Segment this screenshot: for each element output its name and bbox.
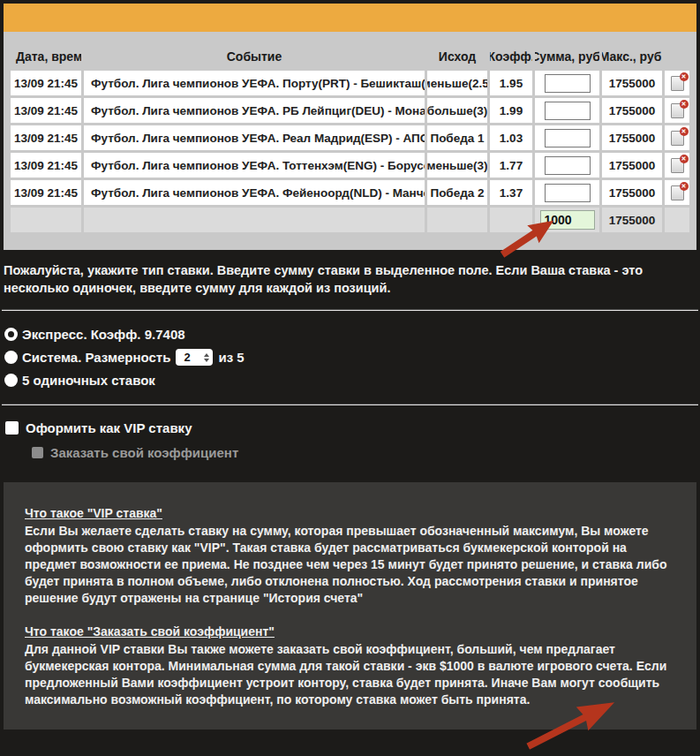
bet-sum-input[interactable] bbox=[545, 184, 591, 202]
vip-checkbox-row[interactable]: Оформить как VIP ставку bbox=[5, 418, 700, 439]
red-x-badge-icon bbox=[680, 100, 689, 109]
total-empty-outcome bbox=[427, 208, 487, 232]
express-label: Экспресс. Коэфф. 9.7408 bbox=[22, 327, 185, 342]
total-max-value: 1755000 bbox=[602, 208, 662, 232]
system-label-prefix: Система. Размерность bbox=[22, 350, 170, 365]
bet-type-system[interactable]: Система. Размерность 2 из 5 bbox=[4, 346, 700, 369]
bet-outcome: меньше(2.5) bbox=[427, 71, 487, 95]
bet-odds: 1.03 bbox=[490, 125, 532, 150]
custom-odds-checkbox-disabled bbox=[32, 447, 43, 458]
bet-max-text: 1755000 bbox=[609, 77, 656, 90]
bet-sum-input[interactable] bbox=[545, 74, 591, 93]
bet-max: 1755000 bbox=[602, 180, 662, 205]
col-header-outcome: Исход bbox=[427, 46, 487, 67]
radio-system[interactable] bbox=[4, 351, 18, 364]
table-header-row: Дата, время Событие Исход Коэфф. Сумма, … bbox=[11, 46, 689, 67]
bet-odds-text: 1.03 bbox=[500, 132, 523, 145]
bet-max-text: 1755000 bbox=[609, 104, 656, 117]
bet-event: Футбол. Лига чемпионов УЕФА. Тоттенхэм(E… bbox=[84, 153, 425, 178]
remove-bet-icon[interactable] bbox=[671, 185, 684, 200]
bet-odds: 1.95 bbox=[490, 71, 532, 95]
bet-actions-cell bbox=[665, 71, 689, 95]
bet-table-row: 13/09 21:45 Футбол. Лига чемпионов УЕФА.… bbox=[11, 153, 689, 178]
bet-datetime-text: 13/09 21:45 bbox=[14, 186, 78, 200]
vip-checkbox[interactable] bbox=[5, 421, 19, 435]
bet-sum-input[interactable] bbox=[545, 102, 591, 120]
bet-odds: 1.37 bbox=[490, 180, 532, 205]
bet-outcome-text: больше(3) bbox=[427, 104, 487, 117]
bet-max: 1755000 bbox=[602, 98, 662, 123]
bet-event-text: Футбол. Лига чемпионов УЕФА. Фейеноорд(N… bbox=[91, 186, 425, 200]
col-header-odds: Коэфф. bbox=[490, 46, 532, 67]
bet-table-row: 13/09 21:45 Футбол. Лига чемпионов УЕФА.… bbox=[11, 71, 689, 95]
bet-datetime-text: 13/09 21:45 bbox=[14, 104, 78, 117]
bet-datetime: 13/09 21:45 bbox=[11, 71, 81, 95]
red-x-badge-icon bbox=[680, 72, 689, 81]
vip-help-title: Что такое "VIP ставка" bbox=[25, 505, 675, 522]
bet-table-row: 13/09 21:45 Футбол. Лига чемпионов УЕФА.… bbox=[11, 98, 689, 123]
bet-datetime-text: 13/09 21:45 bbox=[14, 77, 78, 90]
divider bbox=[2, 309, 698, 311]
bet-datetime-text: 13/09 21:45 bbox=[14, 132, 78, 145]
total-row: 1755000 bbox=[11, 208, 689, 232]
bet-outcome-text: меньше(3) bbox=[427, 159, 487, 172]
custom-odds-checkbox-label: Заказать свой коэффициент bbox=[50, 445, 238, 460]
bet-actions-cell bbox=[665, 153, 689, 178]
bet-outcome: Победа 2 bbox=[427, 180, 487, 205]
col-header-max: Макс., руб. bbox=[602, 46, 662, 67]
remove-bet-icon[interactable] bbox=[671, 76, 684, 91]
bet-max-text: 1755000 bbox=[609, 132, 656, 145]
col-header-actions bbox=[665, 46, 689, 67]
bet-sum-input[interactable] bbox=[545, 129, 591, 147]
bet-datetime: 13/09 21:45 bbox=[11, 125, 81, 150]
radio-singles[interactable] bbox=[4, 374, 18, 387]
bet-sum-input[interactable] bbox=[545, 156, 591, 175]
bet-type-singles[interactable]: 5 одиночных ставок bbox=[4, 369, 700, 392]
total-sum-cell bbox=[535, 208, 599, 232]
bet-event: Футбол. Лига чемпионов УЕФА. РБ Лейпциг(… bbox=[84, 98, 425, 123]
red-x-badge-icon bbox=[680, 182, 689, 191]
bet-outcome-text: Победа 1 bbox=[430, 132, 484, 145]
bet-table-row: 13/09 21:45 Футбол. Лига чемпионов УЕФА.… bbox=[11, 180, 689, 205]
radio-express-selected[interactable] bbox=[4, 328, 18, 341]
bet-table-row: 13/09 21:45 Футбол. Лига чемпионов УЕФА.… bbox=[11, 125, 689, 150]
bet-event: Футбол. Лига чемпионов УЕФА. Реал Мадрид… bbox=[84, 125, 425, 150]
bet-outcome: Победа 1 bbox=[427, 125, 487, 150]
help-info-panel: Что такое "VIP ставка" Если Вы желаете с… bbox=[4, 482, 696, 730]
total-sum-input[interactable] bbox=[540, 210, 595, 230]
col-header-event: Событие bbox=[84, 46, 425, 67]
custom-odds-checkbox-row: Заказать свой коэффициент bbox=[32, 442, 700, 464]
bet-sum-cell bbox=[535, 71, 599, 95]
bet-event-text: Футбол. Лига чемпионов УЕФА. РБ Лейпциг(… bbox=[91, 104, 425, 117]
stepper-arrows-icon bbox=[204, 353, 209, 362]
bet-odds-text: 1.95 bbox=[500, 77, 523, 90]
bet-sum-cell bbox=[535, 98, 599, 123]
red-x-badge-icon bbox=[680, 155, 689, 163]
info-spacer bbox=[25, 607, 675, 624]
remove-bet-icon[interactable] bbox=[671, 131, 684, 146]
bet-type-express[interactable]: Экспресс. Коэфф. 9.7408 bbox=[4, 323, 700, 346]
total-empty-event bbox=[84, 208, 425, 232]
bet-odds: 1.77 bbox=[490, 153, 532, 178]
col-header-datetime: Дата, время bbox=[11, 46, 81, 67]
remove-bet-icon[interactable] bbox=[671, 158, 684, 173]
bet-outcome-text: Победа 2 bbox=[430, 186, 484, 200]
system-size-value: 2 bbox=[184, 351, 190, 364]
bet-actions-cell bbox=[665, 98, 689, 123]
bet-rows: 13/09 21:45 Футбол. Лига чемпионов УЕФА.… bbox=[11, 71, 689, 205]
bet-datetime: 13/09 21:45 bbox=[11, 98, 81, 123]
col-header-sum: Сумма, руб. bbox=[535, 46, 599, 67]
system-label-suffix: из 5 bbox=[218, 350, 244, 365]
bet-sum-cell bbox=[535, 153, 599, 178]
bet-instructions-text: Пожалуйста, укажите тип ставки. Введите … bbox=[4, 261, 696, 298]
bet-max: 1755000 bbox=[602, 71, 662, 95]
bet-max-text: 1755000 bbox=[609, 186, 656, 200]
bet-actions-cell bbox=[665, 125, 689, 150]
bet-datetime: 13/09 21:45 bbox=[11, 153, 81, 178]
vip-section: Оформить как VIP ставку Заказать свой ко… bbox=[5, 418, 700, 464]
custom-odds-help-text: Для данной VIP ставки Вы также можете за… bbox=[25, 641, 675, 708]
system-size-select[interactable]: 2 bbox=[176, 349, 213, 366]
bet-datetime: 13/09 21:45 bbox=[11, 180, 81, 205]
remove-bet-icon[interactable] bbox=[671, 103, 684, 118]
divider bbox=[2, 404, 698, 405]
